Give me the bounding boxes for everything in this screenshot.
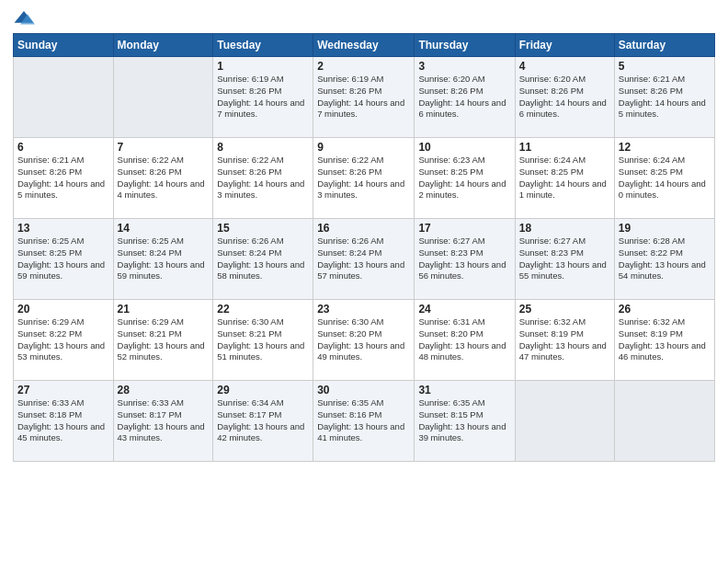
day-number: 18: [519, 222, 610, 235]
calendar-cell: 14Sunrise: 6:25 AM Sunset: 8:24 PM Dayli…: [113, 219, 213, 300]
day-info: Sunrise: 6:28 AM Sunset: 8:22 PM Dayligh…: [619, 236, 711, 282]
day-number: 6: [17, 141, 109, 154]
day-info: Sunrise: 6:26 AM Sunset: 8:24 PM Dayligh…: [217, 236, 309, 282]
calendar-header-saturday: Saturday: [614, 34, 714, 57]
calendar-cell: 24Sunrise: 6:31 AM Sunset: 8:20 PM Dayli…: [415, 300, 515, 381]
day-number: 30: [317, 384, 410, 396]
day-info: Sunrise: 6:21 AM Sunset: 8:26 PM Dayligh…: [17, 155, 109, 201]
day-info: Sunrise: 6:35 AM Sunset: 8:16 PM Dayligh…: [317, 397, 410, 444]
calendar-cell: 30Sunrise: 6:35 AM Sunset: 8:16 PM Dayli…: [313, 381, 415, 462]
day-info: Sunrise: 6:29 AM Sunset: 8:21 PM Dayligh…: [118, 316, 210, 363]
calendar-week-row: 27Sunrise: 6:33 AM Sunset: 8:18 PM Dayli…: [14, 381, 715, 462]
calendar-week-row: 13Sunrise: 6:25 AM Sunset: 8:25 PM Dayli…: [14, 219, 715, 300]
day-number: 25: [519, 303, 610, 316]
calendar-header-monday: Monday: [113, 34, 213, 57]
calendar-cell: 25Sunrise: 6:32 AM Sunset: 8:19 PM Dayli…: [515, 300, 614, 381]
day-number: 5: [619, 60, 711, 73]
calendar-cell: 2Sunrise: 6:19 AM Sunset: 8:26 PM Daylig…: [313, 57, 415, 138]
day-info: Sunrise: 6:25 AM Sunset: 8:24 PM Dayligh…: [118, 236, 210, 282]
calendar-header-row: SundayMondayTuesdayWednesdayThursdayFrid…: [14, 34, 715, 57]
day-info: Sunrise: 6:27 AM Sunset: 8:23 PM Dayligh…: [418, 236, 510, 282]
calendar-header-thursday: Thursday: [415, 34, 515, 57]
calendar-cell: 15Sunrise: 6:26 AM Sunset: 8:24 PM Dayli…: [213, 219, 313, 300]
calendar-cell: 12Sunrise: 6:24 AM Sunset: 8:25 PM Dayli…: [614, 138, 714, 219]
day-number: 3: [418, 60, 510, 73]
day-info: Sunrise: 6:26 AM Sunset: 8:24 PM Dayligh…: [317, 236, 410, 282]
day-info: Sunrise: 6:19 AM Sunset: 8:26 PM Dayligh…: [217, 74, 309, 121]
calendar-cell: [614, 381, 714, 462]
calendar-cell: 22Sunrise: 6:30 AM Sunset: 8:21 PM Dayli…: [213, 300, 313, 381]
day-number: 31: [418, 384, 510, 396]
day-info: Sunrise: 6:24 AM Sunset: 8:25 PM Dayligh…: [619, 155, 711, 201]
calendar-cell: 9Sunrise: 6:22 AM Sunset: 8:26 PM Daylig…: [313, 138, 415, 219]
day-info: Sunrise: 6:32 AM Sunset: 8:19 PM Dayligh…: [519, 316, 610, 363]
calendar-header-wednesday: Wednesday: [313, 34, 415, 57]
day-number: 16: [317, 222, 410, 235]
day-number: 26: [619, 303, 711, 316]
day-number: 27: [17, 384, 109, 396]
day-number: 22: [217, 303, 309, 316]
calendar-week-row: 6Sunrise: 6:21 AM Sunset: 8:26 PM Daylig…: [14, 138, 715, 219]
day-info: Sunrise: 6:33 AM Sunset: 8:18 PM Dayligh…: [17, 397, 109, 444]
calendar-cell: 11Sunrise: 6:24 AM Sunset: 8:25 PM Dayli…: [515, 138, 614, 219]
calendar-cell: 1Sunrise: 6:19 AM Sunset: 8:26 PM Daylig…: [213, 57, 313, 138]
day-number: 7: [118, 141, 210, 154]
logo: [13, 9, 39, 28]
day-info: Sunrise: 6:19 AM Sunset: 8:26 PM Dayligh…: [317, 74, 410, 121]
day-number: 24: [418, 303, 510, 316]
day-number: 14: [118, 222, 210, 235]
day-info: Sunrise: 6:32 AM Sunset: 8:19 PM Dayligh…: [619, 316, 711, 363]
calendar-cell: 18Sunrise: 6:27 AM Sunset: 8:23 PM Dayli…: [515, 219, 614, 300]
day-info: Sunrise: 6:25 AM Sunset: 8:25 PM Dayligh…: [17, 236, 109, 282]
day-info: Sunrise: 6:35 AM Sunset: 8:15 PM Dayligh…: [418, 397, 510, 444]
day-info: Sunrise: 6:20 AM Sunset: 8:26 PM Dayligh…: [418, 74, 510, 121]
day-number: 9: [317, 141, 410, 154]
calendar-cell: 23Sunrise: 6:30 AM Sunset: 8:20 PM Dayli…: [313, 300, 415, 381]
day-number: 17: [418, 222, 510, 235]
day-number: 20: [17, 303, 109, 316]
day-info: Sunrise: 6:22 AM Sunset: 8:26 PM Dayligh…: [317, 155, 410, 201]
calendar-cell: [14, 57, 114, 138]
day-number: 12: [619, 141, 711, 154]
day-info: Sunrise: 6:34 AM Sunset: 8:17 PM Dayligh…: [217, 397, 309, 444]
day-number: 28: [118, 384, 210, 396]
day-info: Sunrise: 6:21 AM Sunset: 8:26 PM Dayligh…: [619, 74, 711, 121]
calendar-cell: [515, 381, 614, 462]
calendar-cell: 10Sunrise: 6:23 AM Sunset: 8:25 PM Dayli…: [415, 138, 515, 219]
day-info: Sunrise: 6:22 AM Sunset: 8:26 PM Dayligh…: [118, 155, 210, 201]
day-number: 11: [519, 141, 610, 154]
day-number: 1: [217, 60, 309, 73]
day-info: Sunrise: 6:30 AM Sunset: 8:21 PM Dayligh…: [217, 316, 309, 363]
page-header: [13, 9, 715, 28]
calendar-cell: 7Sunrise: 6:22 AM Sunset: 8:26 PM Daylig…: [113, 138, 213, 219]
calendar-cell: 8Sunrise: 6:22 AM Sunset: 8:26 PM Daylig…: [213, 138, 313, 219]
day-number: 2: [317, 60, 410, 73]
day-number: 19: [619, 222, 711, 235]
day-info: Sunrise: 6:24 AM Sunset: 8:25 PM Dayligh…: [519, 155, 610, 201]
day-number: 23: [317, 303, 410, 316]
day-info: Sunrise: 6:33 AM Sunset: 8:17 PM Dayligh…: [118, 397, 210, 444]
day-info: Sunrise: 6:30 AM Sunset: 8:20 PM Dayligh…: [317, 316, 410, 363]
day-number: 8: [217, 141, 309, 154]
calendar-cell: 29Sunrise: 6:34 AM Sunset: 8:17 PM Dayli…: [213, 381, 313, 462]
calendar-header-friday: Friday: [515, 34, 614, 57]
day-info: Sunrise: 6:27 AM Sunset: 8:23 PM Dayligh…: [519, 236, 610, 282]
calendar-cell: 13Sunrise: 6:25 AM Sunset: 8:25 PM Dayli…: [14, 219, 114, 300]
calendar-table: SundayMondayTuesdayWednesdayThursdayFrid…: [13, 33, 715, 462]
calendar-cell: 16Sunrise: 6:26 AM Sunset: 8:24 PM Dayli…: [313, 219, 415, 300]
calendar-cell: 27Sunrise: 6:33 AM Sunset: 8:18 PM Dayli…: [14, 381, 114, 462]
logo-icon: [13, 9, 35, 28]
calendar-header-tuesday: Tuesday: [213, 34, 313, 57]
day-number: 15: [217, 222, 309, 235]
day-info: Sunrise: 6:31 AM Sunset: 8:20 PM Dayligh…: [418, 316, 510, 363]
calendar-cell: 31Sunrise: 6:35 AM Sunset: 8:15 PM Dayli…: [415, 381, 515, 462]
calendar-cell: 19Sunrise: 6:28 AM Sunset: 8:22 PM Dayli…: [614, 219, 714, 300]
day-number: 21: [118, 303, 210, 316]
calendar-cell: 6Sunrise: 6:21 AM Sunset: 8:26 PM Daylig…: [14, 138, 114, 219]
calendar-cell: 21Sunrise: 6:29 AM Sunset: 8:21 PM Dayli…: [113, 300, 213, 381]
day-info: Sunrise: 6:23 AM Sunset: 8:25 PM Dayligh…: [418, 155, 510, 201]
day-number: 29: [217, 384, 309, 396]
day-info: Sunrise: 6:22 AM Sunset: 8:26 PM Dayligh…: [217, 155, 309, 201]
calendar-cell: [113, 57, 213, 138]
calendar-week-row: 20Sunrise: 6:29 AM Sunset: 8:22 PM Dayli…: [14, 300, 715, 381]
